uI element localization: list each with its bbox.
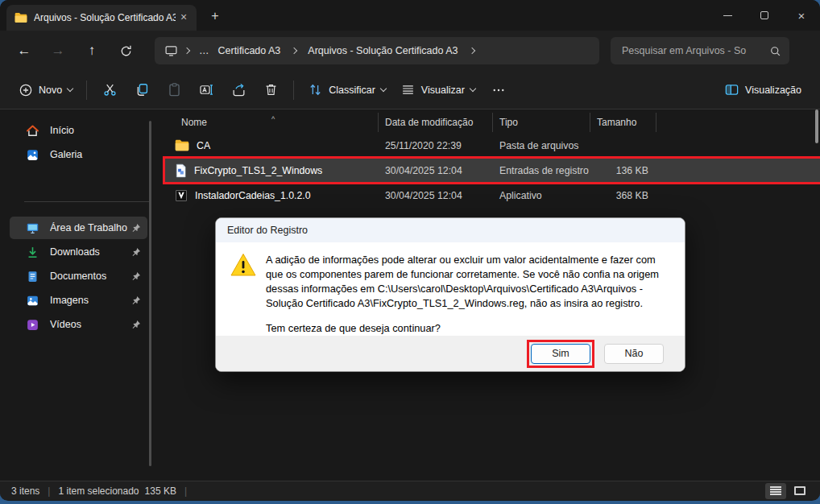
- back-button[interactable]: ←: [10, 37, 39, 64]
- sort-ascending-icon: ^: [271, 109, 275, 129]
- new-button[interactable]: Novo: [11, 78, 80, 102]
- close-button[interactable]: ×: [783, 0, 820, 31]
- sidebar-item-imagens[interactable]: Imagens: [10, 289, 147, 312]
- large-icons-view-icon: [794, 486, 806, 495]
- divider: [293, 81, 294, 100]
- sidebar-separator: [24, 201, 149, 202]
- copy-button[interactable]: [126, 76, 158, 104]
- table-row-fixcrypto[interactable]: FixCrypto_TLS1_2_Windows 30/04/2025 12:0…: [165, 159, 820, 182]
- active-tab[interactable]: Arquivos - Solução Certificado A3 ×: [6, 5, 197, 31]
- sidebar-item-downloads[interactable]: Downloads: [10, 241, 147, 263]
- folder-icon: [175, 139, 189, 151]
- minimize-button[interactable]: [709, 0, 746, 31]
- tab-close-icon[interactable]: ×: [176, 10, 192, 26]
- downloads-icon: [26, 246, 39, 259]
- sidebar-item-inicio[interactable]: Início: [10, 119, 147, 142]
- annotation-box-yes-button: Sim: [527, 340, 594, 368]
- sort-button[interactable]: Classificar: [300, 77, 393, 102]
- chevron-right-icon: [291, 48, 297, 54]
- dialog-body: A adição de informações pode alterar ou …: [216, 242, 685, 336]
- file-name: FixCrypto_TLS1_2_Windows: [194, 165, 322, 176]
- sidebar: Início Galeria Área de Trabalho: [0, 109, 159, 481]
- details-view-icon: [770, 486, 781, 496]
- sidebar-item-videos[interactable]: Vídeos: [10, 313, 147, 336]
- this-pc-icon[interactable]: [164, 44, 178, 57]
- tab-title: Arquivos - Solução Certificado A3: [34, 12, 176, 23]
- search-box[interactable]: [611, 37, 789, 64]
- large-icons-view-button[interactable]: [789, 483, 810, 499]
- tab-bar: Arquivos - Solução Certificado A3 × + ×: [0, 0, 820, 31]
- forward-button: →: [43, 37, 72, 64]
- file-modified: 25/11/2020 22:39: [379, 140, 493, 151]
- content-scrollbar[interactable]: [815, 109, 818, 143]
- preview-pane-button[interactable]: Visualização: [717, 77, 809, 102]
- item-count: 3 itens: [11, 485, 39, 497]
- view-lines-icon: [400, 82, 416, 97]
- sidebar-item-galeria[interactable]: Galeria: [10, 143, 147, 166]
- breadcrumb-item[interactable]: Certificado A3: [213, 45, 286, 56]
- sidebar-item-label: Início: [50, 125, 141, 136]
- window-controls: ×: [709, 0, 820, 31]
- address-bar[interactable]: … Certificado A3 Arquivos - Solução Cert…: [155, 37, 599, 64]
- breadcrumb-item-current[interactable]: Arquivos - Solução Certificado A3: [303, 45, 462, 56]
- cut-button[interactable]: [93, 76, 126, 104]
- file-name: InstaladorCadeias_1.0.2.0: [195, 190, 311, 201]
- sidebar-item-label: Área de Trabalho: [50, 222, 130, 233]
- sidebar-scrollbar[interactable]: [149, 121, 151, 466]
- search-input[interactable]: [622, 45, 769, 56]
- chevron-down-icon: [470, 85, 476, 91]
- sort-arrows-icon: [308, 82, 323, 97]
- sidebar-item-label: Vídeos: [50, 319, 130, 330]
- dialog-footer: Sim Não: [216, 336, 685, 371]
- up-button[interactable]: ↑: [77, 37, 106, 64]
- file-size: 368 KB: [590, 190, 656, 201]
- breadcrumb-ellipsis[interactable]: …: [196, 45, 213, 56]
- status-bar: 3 itens | 1 item selecionado 135 KB |: [0, 481, 820, 500]
- column-header-data[interactable]: Data de modificação: [379, 113, 493, 132]
- refresh-button[interactable]: [111, 37, 140, 64]
- rename-button[interactable]: [190, 76, 222, 104]
- no-button[interactable]: Não: [604, 344, 664, 364]
- file-type: Pasta de arquivos: [493, 140, 590, 151]
- view-button[interactable]: Visualizar: [393, 77, 482, 102]
- sidebar-item-label: Galeria: [50, 149, 141, 160]
- file-modified: 30/04/2025 12:04: [379, 165, 493, 176]
- sidebar-item-documentos[interactable]: Documentos: [10, 265, 147, 287]
- maximize-button[interactable]: [746, 0, 783, 31]
- divider: |: [184, 485, 187, 497]
- file-type: Entradas de registro: [493, 165, 590, 176]
- details-view-button[interactable]: [765, 483, 786, 499]
- table-row-instalador[interactable]: InstaladorCadeias_1.0.2.0 30/04/2025 12:…: [165, 184, 820, 207]
- documents-icon: [26, 270, 39, 283]
- sidebar-item-label: Downloads: [50, 246, 130, 258]
- registry-file-icon: [175, 163, 187, 178]
- selection-size: 135 KB: [145, 485, 176, 497]
- pin-icon: [130, 247, 141, 258]
- table-row-ca[interactable]: CA 25/11/2020 22:39 Pasta de arquivos: [165, 134, 820, 157]
- share-button[interactable]: [222, 76, 255, 104]
- chevron-right-icon: [184, 48, 190, 54]
- selection-count: 1 item selecionado: [58, 485, 139, 497]
- home-icon: [26, 124, 39, 138]
- app-icon: [175, 189, 188, 202]
- navigation-bar: ← → ↑ … Certificado A3 Arquivos - Soluçã…: [0, 31, 820, 71]
- more-options-button[interactable]: [482, 76, 515, 104]
- column-header-tamanho[interactable]: Tamanho: [590, 113, 656, 132]
- dialog-question: Tem certeza de que deseja continuar?: [266, 321, 667, 336]
- yes-button[interactable]: Sim: [531, 344, 590, 364]
- column-header-nome[interactable]: Nome ^: [165, 113, 379, 132]
- preview-pane-label: Visualização: [745, 85, 801, 96]
- warning-icon: [230, 253, 256, 336]
- file-modified: 30/04/2025 12:04: [379, 190, 493, 201]
- pictures-icon: [26, 294, 39, 308]
- folder-icon: [14, 12, 27, 23]
- paste-button: [158, 76, 190, 104]
- search-icon[interactable]: [769, 45, 781, 57]
- registry-editor-dialog: Editor do Registro A adição de informaçõ…: [215, 217, 685, 372]
- new-tab-button[interactable]: +: [205, 6, 226, 27]
- column-header-tipo[interactable]: Tipo: [493, 113, 590, 132]
- divider: [86, 81, 87, 100]
- delete-button[interactable]: [255, 76, 287, 104]
- plus-circle-icon: [19, 83, 33, 97]
- sidebar-item-area-de-trabalho[interactable]: Área de Trabalho: [10, 217, 147, 239]
